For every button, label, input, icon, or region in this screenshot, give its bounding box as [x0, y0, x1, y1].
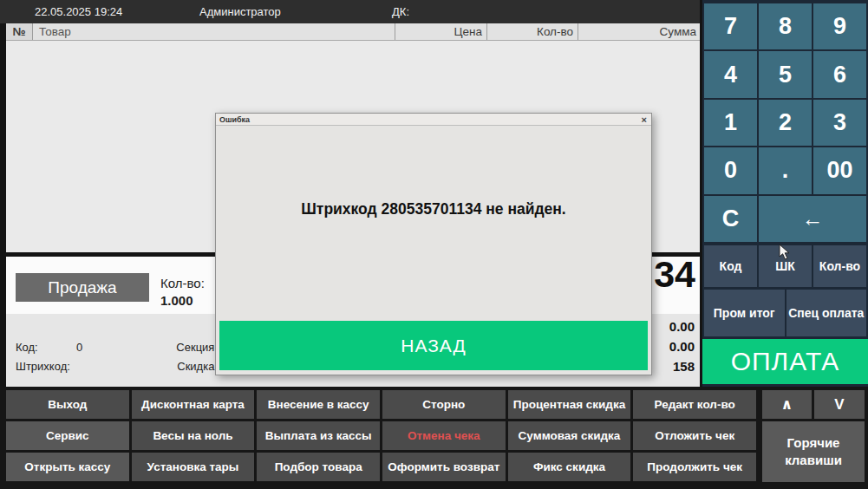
numpad: 7 8 9 4 5 6 1 2 3 0 . 00 C ← — [704, 3, 866, 242]
column-number: № — [6, 23, 33, 40]
scroll-down-button[interactable]: V — [814, 390, 865, 419]
scroll-up-button[interactable]: ∧ — [762, 390, 812, 419]
bottom-button-resume-receipt[interactable]: Продолжить чек — [633, 453, 756, 481]
bottom-button-cancel-receipt[interactable]: Отмена чека — [382, 421, 506, 450]
bottom-button-percent-discount[interactable]: Процентная скидка — [508, 390, 631, 419]
function-button-grid: Выход Дисконтная карта Внесение в кассу … — [6, 390, 756, 481]
special-payment-button[interactable]: Спец оплата — [786, 290, 867, 336]
current-user-label: Администратор — [199, 5, 281, 18]
datetime-label: 22.05.2025 19:24 — [35, 5, 122, 18]
entry-mode-row: Код ШК Кол-во — [704, 245, 866, 287]
amount-value-3: 158 — [673, 359, 695, 374]
bottom-button-product-lookup[interactable]: Подбор товара — [257, 453, 380, 481]
numpad-key-8[interactable]: 8 — [759, 3, 812, 49]
bottom-button-edit-qty[interactable]: Редакт кол-во — [633, 390, 756, 419]
payment-options-row: Пром итог Спец оплата — [704, 290, 866, 336]
bottom-button-service[interactable]: Сервис — [6, 421, 129, 450]
numpad-key-6[interactable]: 6 — [813, 51, 866, 97]
bottom-button-fixed-discount[interactable]: Фикс скидка — [508, 453, 631, 481]
numpad-key-4[interactable]: 4 — [704, 51, 757, 97]
barcode-mode-button[interactable]: ШК — [759, 245, 812, 287]
column-quantity: Кол-во — [487, 23, 578, 40]
code-mode-button[interactable]: Код — [704, 245, 757, 287]
numpad-key-dot[interactable]: . — [759, 147, 812, 193]
error-dialog: Ошибка × Штрихкод 280535701134 не найден… — [215, 113, 652, 375]
column-sum: Сумма — [578, 23, 700, 40]
hotkeys-button[interactable]: Горячие клавиши — [762, 421, 865, 482]
close-icon[interactable]: × — [642, 114, 647, 125]
bottom-button-open-drawer[interactable]: Открыть кассу — [6, 453, 129, 481]
keypad-panel: 7 8 9 4 5 6 1 2 3 0 . 00 C ← Код ШК Кол-… — [702, 0, 868, 387]
pos-screen: 22.05.2025 19:24 Администратор ДК: № Тов… — [0, 0, 868, 489]
numpad-key-9[interactable]: 9 — [813, 3, 866, 49]
back-button[interactable]: НАЗАД — [219, 321, 648, 370]
quantity-mode-button[interactable]: Кол-во — [813, 245, 866, 287]
code-value: 0 — [76, 341, 82, 354]
pay-button[interactable]: ОПЛАТА — [702, 339, 868, 384]
error-dialog-title: Ошибка — [219, 115, 250, 124]
numpad-clear-key[interactable]: C — [704, 196, 757, 242]
column-price: Цена — [395, 23, 487, 40]
discount-label: Скидка: — [153, 360, 218, 373]
barcode-label: Штрихкод: — [16, 360, 70, 373]
error-message: Штрихкод 280535701134 не найден. — [216, 200, 651, 218]
code-label: Код: — [16, 341, 38, 354]
top-status-bar: 22.05.2025 19:24 Администратор ДК: — [0, 0, 700, 23]
discount-card-label: ДК: — [392, 5, 409, 18]
bottom-button-exit[interactable]: Выход — [6, 390, 129, 419]
amount-value-1: 0.00 — [669, 319, 695, 334]
numpad-key-2[interactable]: 2 — [759, 100, 812, 146]
numpad-key-0[interactable]: 0 — [704, 147, 757, 193]
subtotal-button[interactable]: Пром итог — [704, 290, 785, 336]
sale-mode-button[interactable]: Продажа — [16, 273, 149, 302]
bottom-button-refund[interactable]: Оформить возврат — [382, 453, 506, 481]
quantity-value: 1.000 — [160, 292, 205, 310]
section-label: Секция: — [153, 341, 218, 354]
numpad-key-5[interactable]: 5 — [759, 51, 812, 97]
numpad-key-00[interactable]: 00 — [813, 147, 866, 193]
bottom-button-cash-in[interactable]: Внесение в кассу — [257, 390, 380, 419]
numpad-key-7[interactable]: 7 — [704, 3, 757, 49]
receipt-table-header: № Товар Цена Кол-во Сумма — [6, 23, 700, 41]
error-dialog-titlebar[interactable]: Ошибка × — [216, 114, 651, 126]
bottom-button-hold-receipt[interactable]: Отложить чек — [633, 421, 756, 450]
bottom-button-tare[interactable]: Установка тары — [132, 453, 255, 481]
numpad-key-3[interactable]: 3 — [813, 100, 866, 146]
bottom-button-discount-card[interactable]: Дисконтная карта — [132, 390, 255, 419]
numpad-key-1[interactable]: 1 — [704, 100, 757, 146]
quantity-block: Кол-во: 1.000 — [160, 275, 205, 310]
bottom-button-scale-zero[interactable]: Весы на ноль — [132, 421, 255, 450]
amount-value-2: 0.00 — [669, 339, 695, 354]
function-button-bar: Выход Дисконтная карта Внесение в кассу … — [0, 387, 868, 489]
backspace-key[interactable]: ← — [759, 196, 866, 242]
bottom-button-cash-out[interactable]: Выплата из кассы — [257, 421, 380, 450]
column-item: Товар — [33, 23, 395, 40]
quantity-label: Кол-во: — [160, 275, 205, 292]
bottom-button-storno[interactable]: Сторно — [382, 390, 506, 419]
bottom-button-sum-discount[interactable]: Суммовая скидка — [508, 421, 631, 450]
